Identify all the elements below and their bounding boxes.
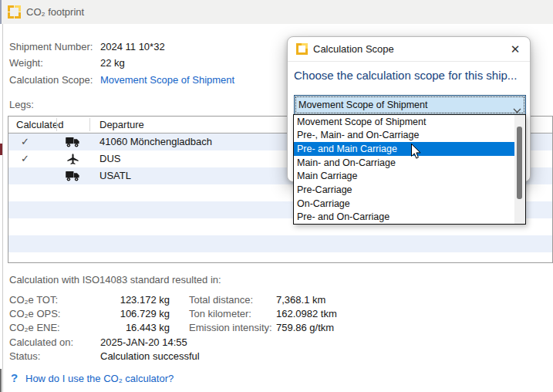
mouse-cursor: [411, 144, 422, 163]
emission-intensity-label: Emission intensity:: [189, 322, 272, 333]
calculated-on-label: Calculated on:: [9, 336, 73, 348]
truck-icon: [56, 167, 89, 184]
dialog-divider: [288, 61, 530, 62]
column-separator: [56, 118, 57, 131]
co2e-tot-value: 123.172 kg: [93, 294, 170, 306]
dropdown-option[interactable]: Main- and On-Carriage: [294, 156, 514, 170]
left-edge-line: [2, 24, 3, 392]
dropdown-option[interactable]: Main Carriage: [294, 170, 514, 184]
departure-cell: 41060 Mönchengladbach: [99, 136, 212, 147]
calculated-check: ✓: [21, 136, 29, 147]
shipment-number-label: Shipment Number:: [9, 41, 93, 52]
departure-cell: DUS: [99, 153, 120, 164]
calculation-scope-link[interactable]: Movement Scope of Shipment: [100, 74, 234, 86]
app-logo-icon: [8, 5, 21, 19]
calculation-scope-combobox[interactable]: Movement Scope of Shipment: [294, 95, 526, 115]
co2e-ops-value: 106.729 kg: [93, 308, 170, 319]
calculated-on-value: 2025-JAN-20 14:55: [100, 336, 187, 348]
left-edge-red-mark: [0, 144, 2, 155]
close-icon[interactable]: ✕: [505, 39, 525, 59]
total-distance-value: 7,368.1 km: [276, 294, 325, 306]
table-row-empty: [8, 252, 552, 263]
departure-cell: USATL: [99, 170, 131, 181]
window-title: CO₂ footprint: [26, 6, 84, 18]
column-separator: [89, 118, 90, 131]
plane-icon: [56, 150, 89, 167]
results-heading: Calculation with ISO14083 standard resul…: [9, 274, 221, 286]
dialog-title: Calculation Scope: [313, 43, 394, 55]
co2e-tot-label: CO₂e TOT:: [9, 294, 58, 306]
legs-label: Legs:: [9, 99, 34, 110]
dialog-prompt: Choose the calculation scope for this sh…: [294, 69, 526, 82]
left-edge-artifact: [0, 0, 2, 24]
emission-intensity-value: 759.86 g/tkm: [276, 322, 334, 333]
dialog-titlebar: Calculation Scope ✕: [288, 37, 530, 61]
ton-kilometer-value: 162.0982 tkm: [276, 308, 337, 319]
scope-dropdown-list: Movement Scope of Shipment Pre-, Main- a…: [293, 114, 526, 225]
status-value: Calculation successful: [100, 350, 200, 362]
dropdown-option[interactable]: Pre-, Main- and On-Carriage: [294, 129, 514, 143]
dropdown-scrollbar[interactable]: [514, 115, 525, 224]
help-link[interactable]: How do I use the CO₂ calculator?: [25, 373, 174, 384]
dropdown-option-highlighted[interactable]: Pre- and Main Carriage: [294, 142, 514, 156]
dropdown-option[interactable]: Pre- and On-Carriage: [294, 210, 514, 224]
ton-kilometer-label: Ton kilometer:: [189, 308, 251, 319]
dropdown-option[interactable]: Movement Scope of Shipment: [294, 115, 514, 129]
combobox-value: Movement Scope of Shipment: [298, 100, 427, 110]
left-edge-dark-mark: [0, 369, 2, 392]
dropdown-option[interactable]: On-Carriage: [294, 197, 514, 211]
scrollbar-thumb[interactable]: [517, 127, 522, 199]
co2e-ops-label: CO₂e OPS:: [9, 308, 60, 319]
calculated-check: ✓: [21, 153, 29, 164]
table-row-empty: [8, 235, 552, 252]
weight-label: Weight:: [9, 57, 43, 69]
truck-icon: [56, 133, 89, 150]
calculation-scope-label: Calculation Scope:: [9, 74, 93, 86]
dropdown-option[interactable]: Pre-Carriage: [294, 183, 514, 197]
help-question-icon[interactable]: ?: [11, 371, 18, 384]
co2e-ene-label: CO₂e ENE:: [9, 322, 60, 333]
shipment-number-value: 2024 11 10*32: [100, 41, 165, 52]
window-titlebar: CO₂ footprint: [0, 0, 553, 24]
status-label: Status:: [9, 350, 40, 362]
dialog-logo-icon: [296, 43, 308, 55]
co2e-ene-value: 16.443 kg: [93, 322, 170, 333]
total-distance-label: Total distance:: [189, 294, 253, 306]
weight-value: 22 kg: [100, 57, 125, 69]
column-header-departure[interactable]: Departure: [99, 119, 144, 130]
